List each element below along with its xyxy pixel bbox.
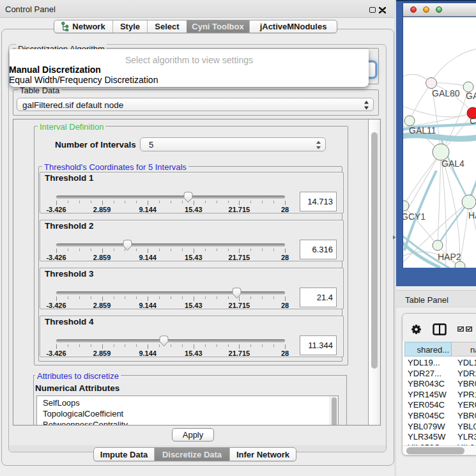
svg-text:HAP2: HAP2 [438,252,461,262]
svg-text:GAL80: GAL80 [432,88,460,98]
svg-text:HA: HA [468,210,476,220]
svg-text:GA: GA [466,91,476,101]
svg-text:GAL11: GAL11 [409,125,436,135]
svg-text:GCY1: GCY1 [403,211,426,222]
svg-text:C: C [470,116,476,126]
svg-text:GAL4: GAL4 [441,158,464,169]
